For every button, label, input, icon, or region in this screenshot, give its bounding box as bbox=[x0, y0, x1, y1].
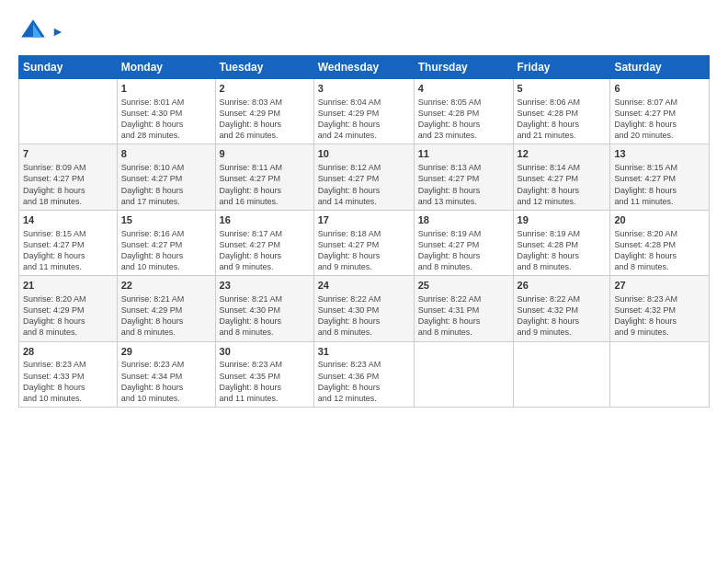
header: ► bbox=[18, 17, 710, 46]
day-number: 12 bbox=[518, 147, 607, 161]
day-details: Sunrise: 8:07 AM Sunset: 4:27 PM Dayligh… bbox=[614, 97, 705, 142]
day-details: Sunrise: 8:21 AM Sunset: 4:29 PM Dayligh… bbox=[121, 293, 211, 339]
day-details: Sunrise: 8:04 AM Sunset: 4:29 PM Dayligh… bbox=[318, 97, 410, 142]
day-details: Sunrise: 8:20 AM Sunset: 4:28 PM Dayligh… bbox=[614, 228, 705, 273]
logo-icon bbox=[18, 17, 48, 46]
calendar-week-row: 14Sunrise: 8:15 AM Sunset: 4:27 PM Dayli… bbox=[19, 210, 710, 275]
calendar-week-row: 21Sunrise: 8:20 AM Sunset: 4:29 PM Dayli… bbox=[19, 276, 710, 341]
calendar-cell: 2Sunrise: 8:03 AM Sunset: 4:29 PM Daylig… bbox=[215, 79, 313, 144]
day-details: Sunrise: 8:23 AM Sunset: 4:34 PM Dayligh… bbox=[121, 359, 211, 404]
day-details: Sunrise: 8:16 AM Sunset: 4:27 PM Dayligh… bbox=[121, 228, 211, 273]
day-number: 19 bbox=[518, 213, 607, 227]
calendar-table: SundayMondayTuesdayWednesdayThursdayFrid… bbox=[18, 55, 710, 408]
day-details: Sunrise: 8:01 AM Sunset: 4:30 PM Dayligh… bbox=[121, 97, 211, 142]
weekday-header: Sunday bbox=[19, 56, 118, 79]
day-number: 1 bbox=[121, 82, 211, 96]
weekday-header: Tuesday bbox=[215, 56, 313, 79]
calendar-cell: 8Sunrise: 8:10 AM Sunset: 4:27 PM Daylig… bbox=[117, 144, 215, 210]
day-number: 22 bbox=[121, 279, 211, 293]
day-number: 18 bbox=[418, 213, 509, 227]
calendar-cell bbox=[19, 79, 118, 144]
day-number: 23 bbox=[220, 279, 310, 293]
day-details: Sunrise: 8:09 AM Sunset: 4:27 PM Dayligh… bbox=[23, 162, 113, 207]
day-details: Sunrise: 8:12 AM Sunset: 4:27 PM Dayligh… bbox=[318, 162, 410, 207]
day-number: 3 bbox=[318, 82, 410, 96]
day-details: Sunrise: 8:22 AM Sunset: 4:30 PM Dayligh… bbox=[318, 293, 410, 339]
day-number: 25 bbox=[418, 279, 509, 293]
calendar-cell: 18Sunrise: 8:19 AM Sunset: 4:27 PM Dayli… bbox=[414, 210, 513, 275]
svg-marker-1 bbox=[33, 24, 42, 37]
day-number: 5 bbox=[518, 82, 607, 96]
day-number: 17 bbox=[318, 213, 410, 227]
day-number: 27 bbox=[614, 279, 705, 293]
calendar-week-row: 1Sunrise: 8:01 AM Sunset: 4:30 PM Daylig… bbox=[19, 79, 710, 144]
calendar-cell: 31Sunrise: 8:23 AM Sunset: 4:36 PM Dayli… bbox=[313, 341, 414, 407]
calendar-cell: 3Sunrise: 8:04 AM Sunset: 4:29 PM Daylig… bbox=[313, 79, 414, 144]
calendar-cell: 12Sunrise: 8:14 AM Sunset: 4:27 PM Dayli… bbox=[513, 144, 610, 210]
day-details: Sunrise: 8:03 AM Sunset: 4:29 PM Dayligh… bbox=[220, 97, 310, 142]
day-number: 15 bbox=[121, 213, 211, 227]
day-number: 20 bbox=[614, 213, 705, 227]
day-details: Sunrise: 8:20 AM Sunset: 4:29 PM Dayligh… bbox=[23, 293, 113, 339]
calendar-cell: 25Sunrise: 8:22 AM Sunset: 4:31 PM Dayli… bbox=[414, 276, 513, 341]
calendar-cell bbox=[513, 341, 610, 407]
calendar-cell: 7Sunrise: 8:09 AM Sunset: 4:27 PM Daylig… bbox=[19, 144, 118, 210]
calendar-cell: 26Sunrise: 8:22 AM Sunset: 4:32 PM Dayli… bbox=[513, 276, 610, 341]
weekday-header: Friday bbox=[513, 56, 610, 79]
day-number: 13 bbox=[614, 147, 705, 161]
calendar-cell: 30Sunrise: 8:23 AM Sunset: 4:35 PM Dayli… bbox=[215, 341, 313, 407]
day-details: Sunrise: 8:18 AM Sunset: 4:27 PM Dayligh… bbox=[318, 228, 410, 273]
day-number: 6 bbox=[614, 82, 705, 96]
day-number: 30 bbox=[220, 345, 310, 359]
calendar-cell: 21Sunrise: 8:20 AM Sunset: 4:29 PM Dayli… bbox=[19, 276, 118, 341]
calendar-cell: 16Sunrise: 8:17 AM Sunset: 4:27 PM Dayli… bbox=[215, 210, 313, 275]
calendar-cell: 17Sunrise: 8:18 AM Sunset: 4:27 PM Dayli… bbox=[313, 210, 414, 275]
day-details: Sunrise: 8:11 AM Sunset: 4:27 PM Dayligh… bbox=[220, 162, 310, 207]
day-details: Sunrise: 8:06 AM Sunset: 4:28 PM Dayligh… bbox=[518, 97, 607, 142]
calendar-cell: 6Sunrise: 8:07 AM Sunset: 4:27 PM Daylig… bbox=[610, 79, 710, 144]
day-details: Sunrise: 8:19 AM Sunset: 4:28 PM Dayligh… bbox=[518, 228, 607, 273]
calendar-cell: 5Sunrise: 8:06 AM Sunset: 4:28 PM Daylig… bbox=[513, 79, 610, 144]
calendar-cell: 1Sunrise: 8:01 AM Sunset: 4:30 PM Daylig… bbox=[117, 79, 215, 144]
day-details: Sunrise: 8:21 AM Sunset: 4:30 PM Dayligh… bbox=[220, 293, 310, 339]
calendar-week-row: 28Sunrise: 8:23 AM Sunset: 4:33 PM Dayli… bbox=[19, 341, 710, 407]
calendar-cell: 10Sunrise: 8:12 AM Sunset: 4:27 PM Dayli… bbox=[313, 144, 414, 210]
calendar-cell bbox=[414, 341, 513, 407]
day-number: 24 bbox=[318, 279, 410, 293]
calendar-cell: 29Sunrise: 8:23 AM Sunset: 4:34 PM Dayli… bbox=[117, 341, 215, 407]
calendar-cell: 23Sunrise: 8:21 AM Sunset: 4:30 PM Dayli… bbox=[215, 276, 313, 341]
day-details: Sunrise: 8:19 AM Sunset: 4:27 PM Dayligh… bbox=[418, 228, 509, 273]
day-details: Sunrise: 8:22 AM Sunset: 4:31 PM Dayligh… bbox=[418, 293, 509, 339]
day-number: 14 bbox=[23, 213, 113, 227]
calendar-header-row: SundayMondayTuesdayWednesdayThursdayFrid… bbox=[19, 56, 710, 79]
day-details: Sunrise: 8:23 AM Sunset: 4:36 PM Dayligh… bbox=[318, 359, 410, 404]
day-number: 28 bbox=[23, 345, 113, 359]
day-details: Sunrise: 8:15 AM Sunset: 4:27 PM Dayligh… bbox=[614, 162, 705, 207]
day-number: 4 bbox=[418, 82, 509, 96]
day-number: 9 bbox=[220, 147, 310, 161]
day-number: 31 bbox=[318, 345, 410, 359]
day-number: 29 bbox=[121, 345, 211, 359]
weekday-header: Wednesday bbox=[313, 56, 414, 79]
calendar-cell: 28Sunrise: 8:23 AM Sunset: 4:33 PM Dayli… bbox=[19, 341, 118, 407]
weekday-header: Thursday bbox=[414, 56, 513, 79]
day-details: Sunrise: 8:05 AM Sunset: 4:28 PM Dayligh… bbox=[418, 97, 509, 142]
page: ► SundayMondayTuesdayWednesdayThursdayFr… bbox=[0, 0, 728, 563]
calendar-cell: 20Sunrise: 8:20 AM Sunset: 4:28 PM Dayli… bbox=[610, 210, 710, 275]
logo-text: ► bbox=[51, 24, 64, 40]
day-details: Sunrise: 8:23 AM Sunset: 4:33 PM Dayligh… bbox=[23, 359, 113, 404]
calendar-week-row: 7Sunrise: 8:09 AM Sunset: 4:27 PM Daylig… bbox=[19, 144, 710, 210]
day-details: Sunrise: 8:14 AM Sunset: 4:27 PM Dayligh… bbox=[518, 162, 607, 207]
calendar-cell: 14Sunrise: 8:15 AM Sunset: 4:27 PM Dayli… bbox=[19, 210, 118, 275]
day-number: 16 bbox=[220, 213, 310, 227]
day-details: Sunrise: 8:17 AM Sunset: 4:27 PM Dayligh… bbox=[220, 228, 310, 273]
calendar-cell: 22Sunrise: 8:21 AM Sunset: 4:29 PM Dayli… bbox=[117, 276, 215, 341]
day-number: 10 bbox=[318, 147, 410, 161]
day-details: Sunrise: 8:23 AM Sunset: 4:32 PM Dayligh… bbox=[614, 293, 705, 339]
calendar-cell: 4Sunrise: 8:05 AM Sunset: 4:28 PM Daylig… bbox=[414, 79, 513, 144]
calendar-cell: 15Sunrise: 8:16 AM Sunset: 4:27 PM Dayli… bbox=[117, 210, 215, 275]
day-number: 11 bbox=[418, 147, 509, 161]
calendar-cell: 13Sunrise: 8:15 AM Sunset: 4:27 PM Dayli… bbox=[610, 144, 710, 210]
logo: ► bbox=[18, 17, 64, 46]
day-details: Sunrise: 8:15 AM Sunset: 4:27 PM Dayligh… bbox=[23, 228, 113, 273]
